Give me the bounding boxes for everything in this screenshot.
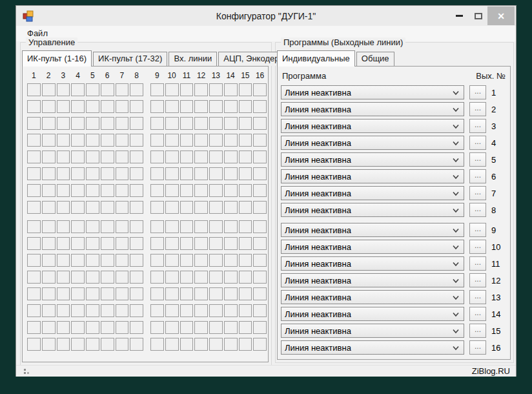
grid-cell-r4-c10[interactable] bbox=[165, 134, 179, 147]
grid-cell-r14-c4[interactable] bbox=[71, 304, 85, 317]
grid-cell-r10-c12[interactable] bbox=[194, 237, 208, 250]
grid-cell-r13-c9[interactable] bbox=[150, 287, 164, 300]
grid-cell-r5-c5[interactable] bbox=[86, 150, 99, 163]
grid-cell-r7-c16[interactable] bbox=[253, 184, 267, 197]
grid-cell-r1-c13[interactable] bbox=[209, 83, 223, 96]
grid-cell-r10-c2[interactable] bbox=[42, 237, 56, 250]
grid-cell-r8-c11[interactable] bbox=[180, 201, 194, 214]
grid-cell-r16-c10[interactable] bbox=[165, 338, 179, 351]
grid-cell-r12-c7[interactable] bbox=[116, 271, 129, 284]
grid-cell-r15-c12[interactable] bbox=[194, 321, 208, 334]
browse-button-16[interactable]: ... bbox=[469, 340, 486, 355]
grid-cell-r14-c10[interactable] bbox=[165, 304, 179, 317]
grid-cell-r2-c11[interactable] bbox=[180, 100, 194, 113]
grid-cell-r14-c11[interactable] bbox=[180, 304, 194, 317]
browse-button-4[interactable]: ... bbox=[469, 136, 486, 150]
grid-cell-r6-c5[interactable] bbox=[86, 167, 99, 180]
grid-cell-r8-c13[interactable] bbox=[209, 201, 223, 214]
grid-cell-r1-c8[interactable] bbox=[130, 83, 143, 96]
grid-cell-r13-c1[interactable] bbox=[27, 287, 41, 300]
grid-cell-r15-c14[interactable] bbox=[224, 321, 238, 334]
grid-cell-r9-c4[interactable] bbox=[71, 220, 85, 233]
program-combobox-2[interactable]: Линия неактивна bbox=[281, 102, 464, 116]
grid-cell-r1-c4[interactable] bbox=[71, 83, 85, 96]
grid-cell-r2-c1[interactable] bbox=[27, 100, 41, 113]
grid-cell-r11-c15[interactable] bbox=[239, 254, 252, 267]
grid-cell-r14-c5[interactable] bbox=[86, 304, 99, 317]
grid-cell-r12-c11[interactable] bbox=[180, 271, 194, 284]
grid-cell-r8-c16[interactable] bbox=[253, 201, 267, 214]
resize-grip-icon[interactable] bbox=[24, 369, 29, 374]
program-combobox-5[interactable]: Линия неактивна bbox=[281, 152, 464, 167]
grid-cell-r14-c14[interactable] bbox=[224, 304, 238, 317]
grid-cell-r16-c16[interactable] bbox=[253, 338, 267, 351]
grid-cell-r4-c11[interactable] bbox=[180, 134, 194, 147]
grid-cell-r10-c6[interactable] bbox=[101, 237, 114, 250]
grid-cell-r15-c5[interactable] bbox=[86, 321, 99, 334]
grid-cell-r4-c2[interactable] bbox=[42, 134, 56, 147]
grid-cell-r16-c8[interactable] bbox=[130, 338, 143, 351]
grid-cell-r3-c14[interactable] bbox=[224, 117, 238, 130]
grid-cell-r4-c15[interactable] bbox=[239, 134, 252, 147]
grid-cell-r11-c10[interactable] bbox=[165, 254, 179, 267]
grid-cell-r7-c6[interactable] bbox=[101, 184, 114, 197]
grid-cell-r10-c14[interactable] bbox=[224, 237, 238, 250]
grid-cell-r9-c9[interactable] bbox=[150, 220, 164, 233]
grid-cell-r7-c9[interactable] bbox=[150, 184, 164, 197]
grid-cell-r16-c9[interactable] bbox=[150, 338, 164, 351]
grid-cell-r7-c15[interactable] bbox=[239, 184, 252, 197]
grid-cell-r7-c8[interactable] bbox=[130, 184, 143, 197]
grid-cell-r8-c2[interactable] bbox=[42, 201, 56, 214]
grid-cell-r13-c10[interactable] bbox=[165, 287, 179, 300]
browse-button-10[interactable]: ... bbox=[469, 240, 486, 254]
grid-cell-r12-c9[interactable] bbox=[150, 271, 164, 284]
grid-cell-r8-c15[interactable] bbox=[239, 201, 252, 214]
grid-cell-r12-c16[interactable] bbox=[253, 271, 267, 284]
minimize-button[interactable] bbox=[450, 6, 469, 25]
grid-cell-r7-c13[interactable] bbox=[209, 184, 223, 197]
browse-button-13[interactable]: ... bbox=[469, 290, 486, 304]
grid-cell-r12-c12[interactable] bbox=[194, 271, 208, 284]
programs-tab-2[interactable]: Общие bbox=[356, 52, 394, 66]
grid-cell-r9-c14[interactable] bbox=[224, 220, 238, 233]
grid-cell-r12-c13[interactable] bbox=[209, 271, 223, 284]
grid-cell-r9-c10[interactable] bbox=[165, 220, 179, 233]
grid-cell-r6-c4[interactable] bbox=[71, 167, 85, 180]
grid-cell-r14-c2[interactable] bbox=[42, 304, 56, 317]
program-combobox-4[interactable]: Линия неактивна bbox=[281, 136, 464, 150]
grid-cell-r12-c15[interactable] bbox=[239, 271, 252, 284]
grid-cell-r15-c10[interactable] bbox=[165, 321, 179, 334]
grid-cell-r5-c10[interactable] bbox=[165, 150, 179, 163]
grid-cell-r16-c3[interactable] bbox=[57, 338, 70, 351]
grid-cell-r4-c12[interactable] bbox=[194, 134, 208, 147]
grid-cell-r1-c9[interactable] bbox=[150, 83, 164, 96]
grid-cell-r5-c3[interactable] bbox=[57, 150, 70, 163]
grid-cell-r2-c5[interactable] bbox=[86, 100, 99, 113]
grid-cell-r13-c12[interactable] bbox=[194, 287, 208, 300]
grid-cell-r3-c5[interactable] bbox=[86, 117, 99, 130]
grid-cell-r1-c1[interactable] bbox=[27, 83, 41, 96]
grid-cell-r5-c4[interactable] bbox=[71, 150, 85, 163]
grid-cell-r5-c13[interactable] bbox=[209, 150, 223, 163]
grid-cell-r8-c5[interactable] bbox=[86, 201, 99, 214]
grid-cell-r8-c7[interactable] bbox=[116, 201, 129, 214]
grid-cell-r13-c6[interactable] bbox=[101, 287, 114, 300]
grid-cell-r1-c6[interactable] bbox=[101, 83, 114, 96]
grid-cell-r13-c3[interactable] bbox=[57, 287, 70, 300]
grid-cell-r3-c3[interactable] bbox=[57, 117, 70, 130]
grid-cell-r6-c16[interactable] bbox=[253, 167, 267, 180]
grid-cell-r15-c1[interactable] bbox=[27, 321, 41, 334]
grid-cell-r9-c16[interactable] bbox=[253, 220, 267, 233]
browse-button-15[interactable]: ... bbox=[469, 324, 486, 338]
program-combobox-9[interactable]: Линия неактивна bbox=[281, 223, 464, 237]
grid-cell-r15-c8[interactable] bbox=[130, 321, 143, 334]
grid-cell-r13-c15[interactable] bbox=[239, 287, 252, 300]
grid-cell-r5-c8[interactable] bbox=[130, 150, 143, 163]
grid-cell-r10-c13[interactable] bbox=[209, 237, 223, 250]
grid-cell-r11-c13[interactable] bbox=[209, 254, 223, 267]
program-combobox-14[interactable]: Линия неактивна bbox=[281, 307, 464, 321]
program-combobox-7[interactable]: Линия неактивна bbox=[281, 186, 464, 200]
grid-cell-r12-c2[interactable] bbox=[42, 271, 56, 284]
grid-cell-r11-c3[interactable] bbox=[57, 254, 70, 267]
grid-cell-r11-c11[interactable] bbox=[180, 254, 194, 267]
